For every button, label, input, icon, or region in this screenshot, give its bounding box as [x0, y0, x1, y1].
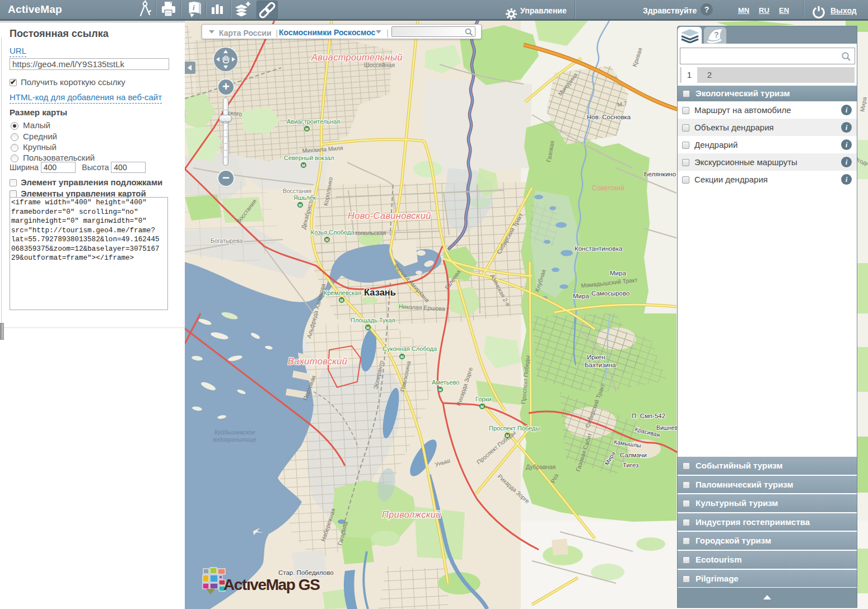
svg-text:Горки: Горки	[475, 396, 491, 402]
svg-text:Авиастроительный: Авиастроительный	[311, 52, 403, 62]
svg-text:П. Смп-542: П. Смп-542	[632, 413, 665, 419]
svg-text:Яшьлек: Яшьлек	[293, 194, 316, 201]
svg-text:Советский: Советский	[592, 184, 624, 192]
svg-text:?: ?	[714, 30, 719, 39]
svg-text:Проспект Победы: Проспект Победы	[489, 425, 540, 432]
svg-text:Бахтизина: Бахтизина	[585, 362, 616, 368]
svg-text:Константиновка: Константиновка	[575, 245, 623, 252]
svg-text:М: М	[302, 163, 305, 167]
svg-text:М: М	[438, 388, 442, 392]
svg-text:Дубравная: Дубравная	[526, 463, 556, 470]
svg-text:Самосырово: Самосырово	[591, 290, 629, 297]
svg-text:Мира: Мира	[573, 293, 589, 299]
svg-text:М: М	[340, 298, 343, 302]
svg-text:ActıveMap GS: ActıveMap GS	[223, 576, 320, 593]
svg-text:Восстания: Восстания	[283, 188, 311, 194]
svg-text:Ново-Савиновский: Ново-Савиновский	[348, 210, 431, 221]
svg-text:Иркен: Иркен	[587, 354, 605, 360]
svg-text:М: М	[506, 434, 509, 438]
svg-text:Суконная Слобода: Суконная Слобода	[382, 345, 437, 352]
svg-text:Приволжский: Приволжский	[382, 509, 441, 519]
svg-text:Вахитовский: Вахитовский	[288, 356, 347, 366]
svg-text:М: М	[325, 238, 329, 242]
svg-text:М: М	[298, 203, 302, 207]
svg-text:Козья Слобода: Козья Слобода	[311, 229, 354, 236]
svg-text:Белянкино: Белянкино	[644, 171, 676, 177]
svg-text:Аметьево: Аметьево	[432, 379, 459, 386]
svg-text:Мира: Мира	[610, 270, 626, 277]
svg-text:Куйбышевское: Куйбышевское	[214, 429, 255, 435]
svg-text:Кремлевская: Кремлевская	[324, 289, 361, 296]
svg-text:Тигез: Тигез	[623, 462, 638, 469]
svg-text:М: М	[366, 326, 370, 330]
svg-text:Стар. Победилово: Стар. Победилово	[278, 569, 334, 576]
svg-text:водохранилище: водохранилище	[213, 436, 256, 443]
svg-text:М: М	[400, 355, 404, 359]
svg-text:i: i	[193, 3, 195, 12]
svg-text:М: М	[480, 405, 484, 409]
svg-text:Шоссейная: Шоссейная	[364, 62, 395, 68]
svg-text:Северный вокзал: Северный вокзал	[284, 154, 334, 161]
svg-text:Авиастроительная: Авиастроительная	[287, 118, 340, 125]
svg-text:Площадь Тукая: Площадь Тукая	[351, 317, 395, 324]
svg-text:М: М	[305, 127, 309, 131]
svg-text:Нов. Сосновка: Нов. Сосновка	[587, 114, 631, 120]
svg-text:Салмачи: Салмачи	[620, 452, 647, 458]
svg-text:Богатырева: Богатырева	[211, 237, 242, 244]
svg-text:Казань: Казань	[364, 287, 396, 297]
